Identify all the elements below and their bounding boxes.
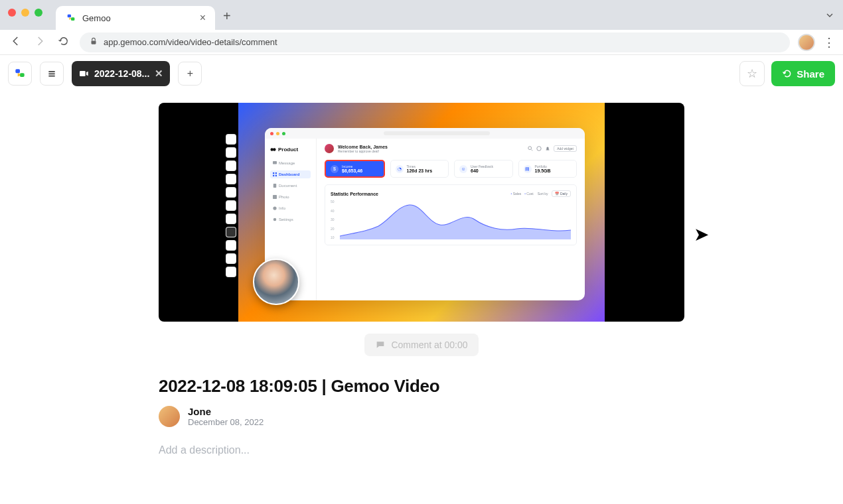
tool-icon[interactable] (226, 201, 236, 210)
library-button[interactable] (40, 62, 64, 86)
open-video-tab-label: 2022-12-08... (94, 68, 149, 79)
share-label: Share (797, 68, 824, 80)
window-minimize-icon[interactable] (21, 9, 29, 17)
annotation-toolbar (225, 135, 237, 277)
performance-chart: 50 40 30 20 10 (331, 200, 571, 239)
nav-reload-icon[interactable] (56, 35, 72, 50)
app-toolbar: 2022-12-08... ✕ + ☆ Share (0, 55, 843, 92)
bell-icon[interactable] (545, 146, 550, 151)
tool-icon[interactable] (226, 188, 236, 197)
profile-avatar-icon[interactable] (798, 34, 815, 51)
author-row: Jone December 08, 2022 (159, 406, 684, 427)
svg-rect-4 (80, 71, 86, 76)
description-input[interactable] (159, 444, 684, 456)
feedback-icon: ☺ (459, 165, 467, 173)
welcome-title: Welcome Back, James (338, 145, 388, 149)
period-select[interactable]: 📅 Daily (552, 190, 571, 197)
tool-icon[interactable] (226, 161, 236, 170)
money-icon: $ (331, 165, 339, 173)
comment-at-button[interactable]: Comment at 00:00 (364, 334, 478, 356)
address-bar[interactable]: app.gemoo.com/video/video-details/commen… (80, 32, 790, 52)
video-frame: Product Message Dashboard Document Photo… (238, 103, 605, 322)
nav-message[interactable]: Message (270, 159, 311, 167)
tool-icon[interactable] (226, 135, 236, 144)
nav-forward-icon (32, 35, 48, 50)
storage-icon: ▤ (524, 165, 532, 173)
sortby-label: Sort by (538, 192, 548, 196)
svg-line-17 (532, 150, 533, 151)
author-name: Jone (188, 406, 264, 417)
tabs-overflow-icon[interactable] (824, 10, 835, 23)
svg-rect-2 (48, 73, 54, 74)
nav-info[interactable]: Info (270, 204, 311, 212)
window-maximize-icon[interactable] (35, 9, 42, 17)
dashboard-main: Welcome Back, James Remember to approve … (317, 128, 585, 300)
svg-rect-0 (92, 40, 96, 44)
app-logo-icon[interactable] (8, 62, 32, 86)
recorded-dashboard: Product Message Dashboard Document Photo… (265, 128, 585, 300)
svg-point-15 (273, 218, 277, 221)
author-avatar-icon[interactable] (159, 406, 180, 427)
chart-legend: SalesCost (511, 192, 534, 196)
nav-dashboard[interactable]: Dashboard (270, 170, 311, 178)
svg-point-18 (537, 147, 541, 151)
browser-tab-strip: Gemoo × + (0, 0, 843, 30)
url-text: app.gemoo.com/video/video-details/commen… (104, 37, 277, 47)
add-widget-button[interactable]: Add widget (554, 145, 577, 152)
stat-card-times[interactable]: ◔ Times126d 23 hrs (390, 160, 449, 178)
dashboard-brand: Product (270, 147, 311, 153)
stat-card-feedback[interactable]: ☺ User Feedback640 (454, 160, 513, 178)
nav-photo[interactable]: Photo (270, 193, 311, 201)
svg-rect-3 (48, 76, 54, 77)
stat-card-portfolio[interactable]: ▤ Portfolio19.5GB (518, 160, 577, 178)
tab-close-icon[interactable]: × (200, 12, 206, 24)
browser-menu-icon[interactable]: ⋮ (823, 35, 835, 50)
tool-icon[interactable] (226, 227, 236, 237)
svg-point-6 (273, 148, 276, 151)
svg-rect-7 (273, 161, 277, 164)
svg-rect-10 (273, 175, 274, 176)
share-button[interactable]: Share (771, 61, 835, 86)
nav-back-icon[interactable] (8, 35, 24, 50)
stat-card-income[interactable]: $ Income$6,653,46 (325, 160, 385, 178)
svg-point-16 (528, 147, 532, 150)
search-icon[interactable] (528, 146, 533, 151)
clock-icon[interactable] (536, 146, 542, 151)
tool-icon[interactable] (226, 174, 236, 184)
close-video-tab-icon[interactable]: ✕ (155, 68, 163, 80)
browser-tab[interactable]: Gemoo × (56, 6, 215, 30)
svg-point-14 (273, 206, 276, 210)
video-title: 2022-12-08 18:09:05 | Gemoo Video (159, 376, 684, 397)
tool-icon[interactable] (226, 254, 236, 263)
tab-title: Gemoo (82, 13, 194, 23)
svg-rect-11 (275, 175, 277, 176)
tool-icon[interactable] (226, 214, 236, 223)
page-content: Product Message Dashboard Document Photo… (0, 92, 843, 456)
tab-favicon-icon (65, 12, 77, 24)
svg-rect-9 (275, 172, 277, 174)
clock-icon: ◔ (396, 165, 404, 173)
user-avatar-icon (325, 144, 334, 153)
svg-rect-8 (273, 172, 274, 174)
webcam-bubble (253, 259, 299, 305)
nav-document[interactable]: Document (270, 182, 311, 190)
open-video-tab[interactable]: 2022-12-08... ✕ (72, 61, 170, 86)
new-tab-button[interactable]: + (223, 9, 231, 24)
new-video-tab-button[interactable]: + (178, 62, 202, 86)
video-player[interactable]: Product Message Dashboard Document Photo… (159, 103, 684, 322)
comment-at-label: Comment at 00:00 (391, 340, 467, 350)
window-close-icon[interactable] (8, 9, 16, 17)
svg-rect-1 (48, 71, 54, 72)
tool-icon[interactable] (226, 267, 236, 277)
lock-icon (89, 36, 98, 48)
tool-icon[interactable] (226, 241, 236, 250)
comment-icon (375, 340, 386, 350)
svg-rect-12 (273, 184, 277, 188)
favorite-button[interactable]: ☆ (739, 61, 765, 86)
welcome-subtitle: Remember to approve deal! (338, 149, 388, 153)
statistic-panel: Statistic Performance SalesCost Sort by … (325, 184, 577, 245)
publish-date: December 08, 2022 (188, 417, 264, 427)
nav-settings[interactable]: Settings (270, 216, 311, 223)
tool-icon[interactable] (226, 148, 236, 157)
window-traffic-lights (8, 9, 42, 17)
